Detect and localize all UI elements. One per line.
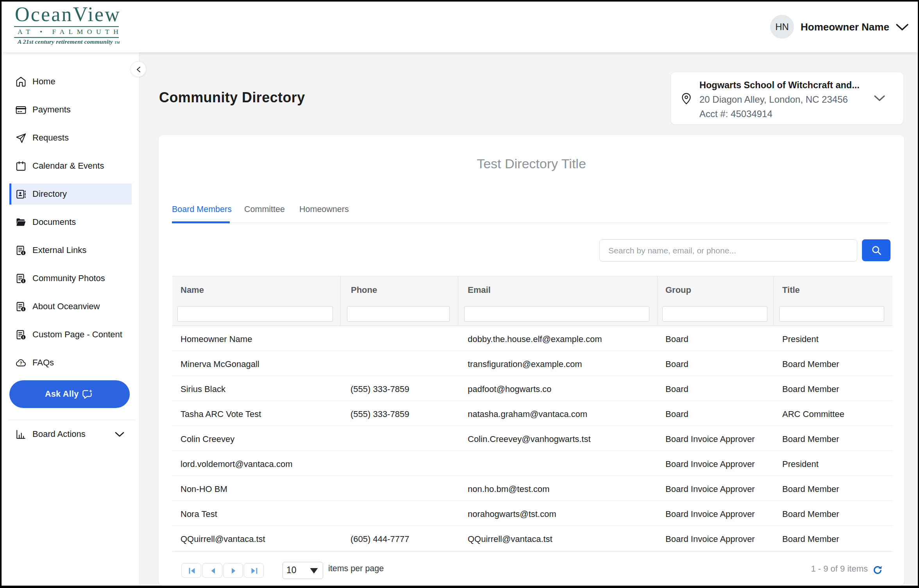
svg-text:?: ?: [20, 361, 22, 365]
